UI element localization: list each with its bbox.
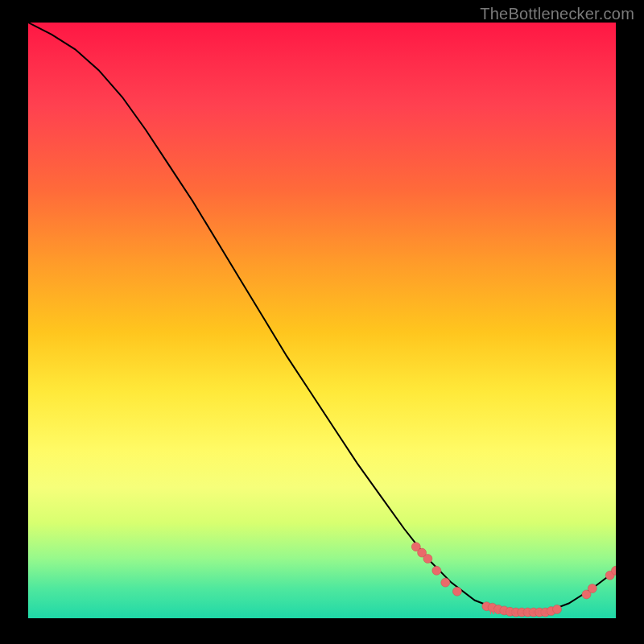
watermark-text: TheBottlenecker.com bbox=[480, 5, 634, 23]
marker-group bbox=[411, 543, 616, 617]
series-label: NVIDIA GeForce bbox=[489, 608, 548, 616]
data-marker bbox=[441, 578, 450, 587]
data-marker bbox=[452, 587, 461, 596]
data-marker bbox=[423, 555, 432, 564]
data-marker bbox=[432, 566, 441, 575]
data-marker bbox=[588, 584, 597, 593]
marker-layer bbox=[28, 23, 616, 618]
data-marker bbox=[553, 605, 562, 613]
chart-root: TheBottlenecker.com NVIDIA GeForce bbox=[0, 0, 644, 644]
plot-area: NVIDIA GeForce bbox=[28, 23, 616, 618]
